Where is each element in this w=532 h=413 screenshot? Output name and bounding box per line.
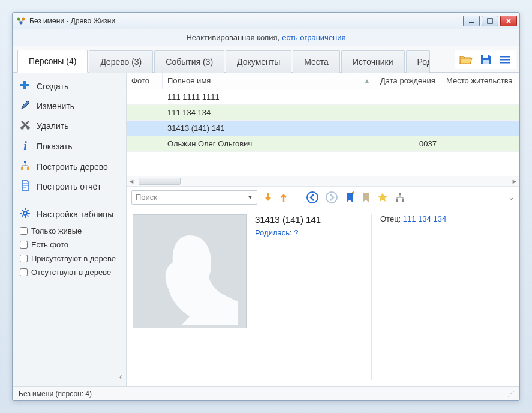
svg-rect-13 <box>21 167 23 170</box>
build-tree-label: Построить дерево <box>37 162 108 172</box>
build-tree-button[interactable]: Построить дерево <box>13 157 126 176</box>
maximize-button[interactable] <box>482 16 498 26</box>
bookmark-icon[interactable] <box>361 191 371 203</box>
edit-button[interactable]: Изменить <box>13 96 126 116</box>
tab-documents[interactable]: Документы <box>226 50 291 73</box>
gear-icon <box>20 208 31 220</box>
tab-tree[interactable]: Дерево (3) <box>89 50 153 73</box>
tab-persons[interactable]: Персоны (4) <box>17 50 88 73</box>
svg-rect-14 <box>27 167 29 170</box>
father-link[interactable]: 111 134 134 <box>403 214 446 223</box>
svg-rect-19 <box>396 199 398 202</box>
app-icon <box>16 16 26 26</box>
grid-header: Фото Полное имя ▲ Дата рождения Место жи… <box>127 73 519 89</box>
svg-rect-7 <box>500 56 510 58</box>
father-label: Отец: <box>380 214 401 223</box>
folder-open-icon[interactable] <box>459 54 473 65</box>
build-report-button[interactable]: Построить отчёт <box>13 176 126 196</box>
filter-has-photo[interactable]: Есть фото <box>13 238 126 252</box>
table-row[interactable]: 111 134 134 <box>127 105 519 121</box>
info-icon: i <box>20 139 31 153</box>
filter-alive-only[interactable]: Только живые <box>13 224 126 238</box>
expand-icon[interactable]: ⌄ <box>508 193 515 202</box>
svg-rect-3 <box>469 22 474 23</box>
tab-places[interactable]: Места <box>293 50 340 73</box>
arrow-up-icon[interactable] <box>279 192 288 203</box>
detail-toolbar: Поиск ▼ <box>127 187 519 208</box>
tab-events[interactable]: События (3) <box>154 50 224 73</box>
persons-grid: Фото Полное имя ▲ Дата рождения Место жи… <box>127 73 519 176</box>
svg-point-17 <box>326 192 337 203</box>
filter-photo-label: Есть фото <box>31 240 68 249</box>
nav-back-icon[interactable] <box>306 191 319 204</box>
col-full-name[interactable]: Полное имя ▲ <box>163 73 375 89</box>
activation-link[interactable]: есть ограничения <box>282 33 345 42</box>
table-settings-label: Настройка таблицы <box>37 210 113 219</box>
sidebar-separator <box>19 200 120 200</box>
filter-photo-checkbox[interactable] <box>20 241 28 249</box>
window-title: Без имени - Древо Жизни <box>29 17 115 25</box>
edit-label: Изменить <box>37 101 74 111</box>
person-born: Родилась: ? <box>255 228 363 237</box>
hamburger-icon[interactable] <box>499 53 511 65</box>
tab-sources[interactable]: Источники <box>341 50 405 73</box>
floppy-icon[interactable] <box>480 53 492 65</box>
col-photo[interactable]: Фото <box>127 73 163 89</box>
main-area: Создать Изменить Удалить i Показать <box>13 73 519 386</box>
scroll-right-icon[interactable]: ► <box>510 178 519 185</box>
sidebar-collapse-icon[interactable]: ‹ <box>119 372 122 382</box>
create-button[interactable]: Создать <box>13 76 126 96</box>
filter-in-tree[interactable]: Присутствуют в дереве <box>13 252 126 265</box>
scroll-thumb[interactable] <box>139 178 181 185</box>
table-row[interactable]: 31413 (141) 141 <box>127 121 519 136</box>
horizontal-scrollbar[interactable]: ◄ ► <box>127 176 519 187</box>
relatives-panel: Отец: 111 134 134 <box>371 214 513 380</box>
table-row[interactable]: 111 1111 1111 <box>127 89 519 105</box>
build-report-label: Построить отчёт <box>37 182 101 191</box>
delete-button[interactable]: Удалить <box>13 116 126 136</box>
activation-text: Неактивированная копия, <box>186 33 279 42</box>
chevron-down-icon: ▼ <box>247 194 253 200</box>
col-birth-date[interactable]: Дата рождения <box>375 73 441 89</box>
table-settings-button[interactable]: Настройка таблицы <box>13 204 126 224</box>
statusbar: Без имени (персон: 4) ⋰ <box>13 386 519 400</box>
pencil-icon <box>20 100 31 112</box>
col-full-name-label: Полное имя <box>167 76 211 85</box>
bookmark-add-icon[interactable] <box>344 191 355 203</box>
content-area: Фото Полное имя ▲ Дата рождения Место жи… <box>127 73 519 386</box>
app-window: Без имени - Древо Жизни Неактивированная… <box>12 12 520 401</box>
show-button[interactable]: i Показать <box>13 136 126 157</box>
tree-icon <box>20 160 31 173</box>
activation-notice: Неактивированная копия, есть ограничения <box>13 29 519 46</box>
table-row[interactable]: Ольжин Олег Ольгович 0037 <box>127 136 519 152</box>
show-label: Показать <box>37 142 73 151</box>
scroll-left-icon[interactable]: ◄ <box>127 178 136 185</box>
tab-clans[interactable]: Роды <box>406 50 430 73</box>
star-icon[interactable] <box>377 191 389 203</box>
search-input[interactable]: Поиск ▼ <box>131 190 257 205</box>
create-label: Создать <box>37 82 68 91</box>
nav-forward-icon[interactable] <box>325 191 338 204</box>
resize-grip-icon[interactable]: ⋰ <box>507 390 513 398</box>
sidebar: Создать Изменить Удалить i Показать <box>13 73 127 386</box>
svg-point-0 <box>17 17 20 20</box>
svg-rect-5 <box>483 55 488 58</box>
col-residence[interactable]: Место жительства <box>441 73 519 89</box>
svg-rect-9 <box>500 62 510 64</box>
born-value[interactable]: ? <box>294 228 298 237</box>
scissors-icon <box>20 119 31 132</box>
tree-small-icon[interactable] <box>395 192 405 203</box>
status-text: Без имени (персон: 4) <box>19 390 92 398</box>
close-button[interactable] <box>500 16 517 26</box>
minimize-button[interactable] <box>463 16 480 26</box>
born-label[interactable]: Родилась <box>255 228 290 237</box>
sort-asc-icon: ▲ <box>364 77 370 84</box>
filter-alive-checkbox[interactable] <box>20 227 28 235</box>
filter-not-in-tree[interactable]: Отсутствуют в дереве <box>13 265 126 279</box>
svg-rect-18 <box>399 193 401 195</box>
filter-not-in-tree-checkbox[interactable] <box>20 268 28 276</box>
filter-in-tree-checkbox[interactable] <box>20 255 28 262</box>
arrow-down-icon[interactable] <box>263 192 273 203</box>
titlebar: Без имени - Древо Жизни <box>13 13 519 29</box>
svg-point-16 <box>307 192 318 203</box>
